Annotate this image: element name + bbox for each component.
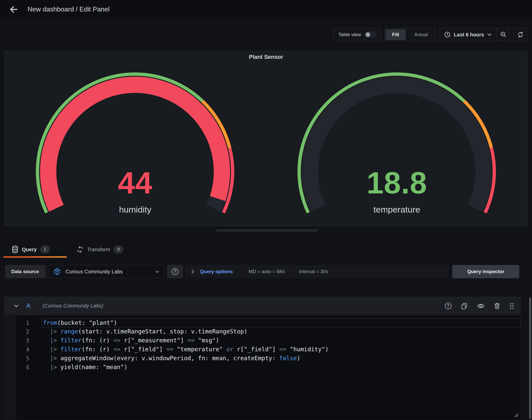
question-circle-icon: ? <box>172 268 178 275</box>
gauge-arc-svg <box>28 66 242 224</box>
gauge-humidity: 44 humidity <box>4 66 266 224</box>
code-token <box>43 337 50 344</box>
code-token: |> <box>50 328 57 335</box>
gauge-value: 44 <box>4 165 266 200</box>
eye-icon <box>477 303 485 309</box>
resize-corner-icon <box>514 413 519 417</box>
datasource-picker[interactable]: Curious Community Labs <box>48 265 165 278</box>
fill-option[interactable]: Fill <box>385 29 406 40</box>
code-line[interactable]: from(bucket: "plant") <box>42 318 521 327</box>
query-help-button[interactable]: ? <box>445 303 451 309</box>
time-picker: Last 6 hours <box>439 28 510 41</box>
datasource-help-button[interactable]: ? <box>167 265 183 278</box>
collapse-query-button[interactable] <box>12 304 21 307</box>
table-view-label: Table view <box>338 32 361 37</box>
editor-gutter: 123456 <box>17 315 38 419</box>
code-line[interactable]: |> aggregateWindow(every: v.windowPeriod… <box>42 354 521 363</box>
code-token: "humidity") <box>286 346 329 353</box>
query-options-label: Query options <box>200 269 233 274</box>
code-line[interactable]: |> range(start: v.timeRangeStart, stop: … <box>42 327 521 336</box>
code-line[interactable]: |> filter(fn: (r) => r["_measurement"] =… <box>42 336 521 345</box>
max-data-points-stat: MD = auto = 684 <box>249 269 285 274</box>
query-actions: ? <box>445 302 514 310</box>
code-token: or <box>226 346 233 353</box>
code-token: "msg") <box>195 337 219 344</box>
toggle-knob <box>366 32 370 37</box>
code-token: "temperature" <box>173 346 226 353</box>
tab-transform[interactable]: Transform 0 <box>76 242 123 257</box>
editor-code[interactable]: from(bucket: "plant") |> range(start: v.… <box>38 315 521 419</box>
chevron-right-icon <box>191 269 194 274</box>
refresh-icon <box>517 31 524 38</box>
datasource-label: Data source <box>5 265 46 278</box>
query-options-toggle[interactable]: Query options <box>191 269 233 274</box>
code-token: range <box>60 328 78 335</box>
editor-resize-handle[interactable] <box>514 413 519 417</box>
code-token: from <box>43 319 57 326</box>
back-button[interactable] <box>8 4 19 15</box>
arrow-left-icon <box>8 5 18 14</box>
code-token: (start: v.timeRangeStart, stop: v.timeRa… <box>78 328 248 335</box>
interval-stat: Interval = 30s <box>299 269 328 274</box>
code-token: == <box>188 337 195 344</box>
refresh-button[interactable] <box>513 28 528 41</box>
query-card-header: A (Curious Community Labs) ? <box>4 297 521 315</box>
code-token: r["_field"] <box>121 346 166 353</box>
code-token: == <box>166 346 174 353</box>
panel-title: Plant Sensor <box>4 54 528 60</box>
query-options-bar: Query options MD = auto = 684 Interval =… <box>185 265 449 278</box>
scrollbar-thumb[interactable] <box>529 297 531 419</box>
top-bar: New dashboard / Edit Panel <box>0 0 532 18</box>
code-token <box>43 355 50 361</box>
chevron-down-icon <box>487 33 492 36</box>
code-token: r["_field"] <box>233 346 279 353</box>
flux-code-editor[interactable]: 123456 from(bucket: "plant") |> range(st… <box>17 315 521 419</box>
duplicate-query-button[interactable] <box>461 302 468 310</box>
gauge-field-label: humidity <box>4 205 266 215</box>
code-token: |> <box>50 337 57 344</box>
drag-query-handle[interactable] <box>510 303 514 309</box>
line-number: 1 <box>17 318 38 327</box>
query-inspector-button[interactable]: Query inspector <box>452 265 519 278</box>
panel-toolbar: Table view Fill Actual Last 6 hours <box>4 28 528 41</box>
page-title: New dashboard / Edit Panel <box>28 0 110 18</box>
code-line[interactable]: |> yield(name: "mean") <box>42 363 521 372</box>
code-token: ) <box>297 355 300 361</box>
code-line[interactable]: |> filter(fn: (r) => r["_field"] == "tem… <box>42 345 521 354</box>
magnifier-minus-icon <box>500 31 507 38</box>
tab-transform-count-badge: 0 <box>114 245 123 254</box>
code-token: (fn: (r) <box>82 337 113 344</box>
code-token: filter <box>60 337 82 344</box>
editor-tabs: Query 1 Transform 0 <box>0 242 532 258</box>
line-number: 6 <box>17 363 38 372</box>
code-token: yield(name: "mean") <box>57 364 127 370</box>
code-token <box>57 346 60 353</box>
database-icon <box>12 246 18 253</box>
time-range-button[interactable]: Last 6 hours <box>439 28 497 41</box>
zoom-out-time-button[interactable] <box>497 28 510 41</box>
panel-resize-handle[interactable] <box>216 229 318 232</box>
line-number: 5 <box>17 354 38 363</box>
query-card: A (Curious Community Labs) ? 123456 from… <box>4 297 521 419</box>
datasource-gem-icon <box>53 268 61 275</box>
actual-option[interactable]: Actual <box>408 29 434 40</box>
query-datasource-note: (Curious Community Labs) <box>43 303 103 309</box>
tab-query-label: Query <box>22 247 37 253</box>
code-token: |> <box>50 364 57 370</box>
query-ref-id[interactable]: A <box>26 302 30 309</box>
gauge-arc-svg <box>290 66 504 224</box>
table-view-toggle[interactable] <box>365 32 376 38</box>
toggle-query-visibility-button[interactable] <box>477 303 485 309</box>
tab-query[interactable]: Query 1 <box>12 242 50 257</box>
code-token <box>57 337 60 344</box>
code-token: => <box>113 337 121 344</box>
datasource-row: Data source Curious Community Labs ? Que… <box>0 265 532 278</box>
tab-query-count-badge: 1 <box>40 245 50 254</box>
clock-icon <box>444 31 451 38</box>
delete-query-button[interactable] <box>494 302 500 310</box>
gauge-value: 18.8 <box>266 165 528 200</box>
code-token: r["_measurement"] <box>121 337 188 344</box>
code-token: == <box>279 346 286 353</box>
code-token: filter <box>60 346 82 353</box>
code-token: |> <box>50 355 57 361</box>
